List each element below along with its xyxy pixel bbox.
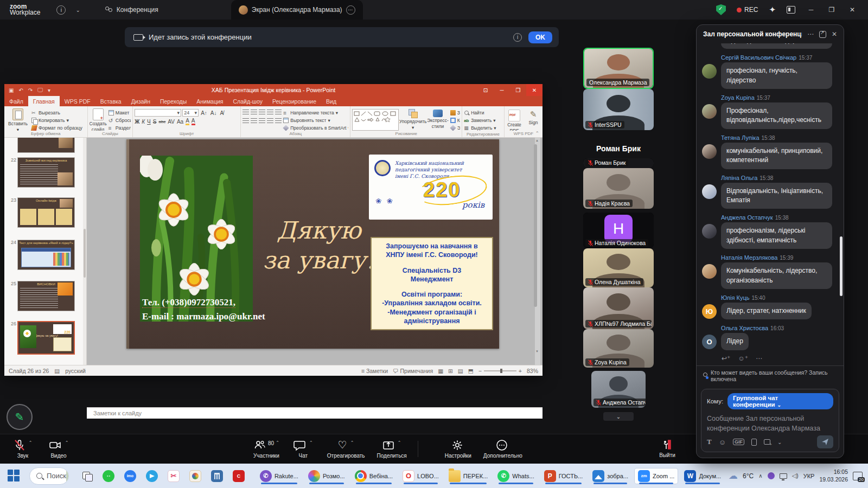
numbering-button[interactable] — [251, 110, 257, 115]
emoji-icon[interactable]: ☺ — [719, 438, 726, 446]
screenshot-icon[interactable] — [764, 439, 770, 445]
message-input[interactable]: Сообщение Зал персональной конференции О… — [707, 414, 833, 433]
redo-icon[interactable]: ↷ — [28, 87, 33, 93]
toolbar-button[interactable]: ♡ ⌃ Поделиться — [377, 439, 407, 459]
taskbar-running-app[interactable]: Розмо... — [305, 468, 348, 484]
ribbon-tab[interactable]: Рецензирование — [267, 96, 321, 106]
viber-tray-icon[interactable] — [768, 472, 775, 479]
char-spacing-button[interactable]: AV — [168, 119, 175, 125]
taskbar-app-icon[interactable] — [99, 468, 118, 484]
widget-daily-image[interactable] — [66, 467, 69, 485]
shrink-font-button[interactable]: А↓ — [209, 110, 218, 116]
toolbar-button[interactable]: ♡ ⌃ Звук — [11, 439, 35, 459]
ribbon-tab[interactable]: WPS PDF — [60, 96, 95, 106]
smartart-button[interactable]: Преобразовать в SmartArt ▾ — [283, 124, 348, 131]
quick-access-chevron-icon[interactable]: ▾ — [48, 87, 50, 93]
participant-tile[interactable]: Олена Душаткіна — [583, 248, 654, 287]
reset-button[interactable]: Сбросить — [108, 117, 131, 124]
avatar[interactable] — [702, 184, 717, 199]
indent-decrease-button[interactable] — [259, 110, 265, 115]
columns-button[interactable] — [275, 118, 282, 124]
change-case-button[interactable]: Aa — [177, 119, 183, 125]
participant-tile[interactable]: Анджела Остапчук — [591, 371, 646, 408]
message-more-icon[interactable]: ⋯ — [756, 355, 762, 362]
display-settings-icon[interactable]: ⊡ — [477, 84, 494, 96]
participant-tile[interactable]: Олександра Мармаза — [583, 48, 654, 89]
display-tray-icon[interactable] — [780, 473, 787, 479]
tab-shared-screen[interactable]: Экран (Олександра Мармаза) ⋯ — [231, 0, 363, 20]
ribbon-tab[interactable]: Вставка — [95, 96, 126, 106]
line-spacing-button[interactable] — [275, 110, 282, 115]
avatar[interactable]: Ю — [702, 304, 717, 319]
toolbar-button[interactable]: ♡ ⌃ Видео — [47, 439, 71, 459]
tab-more-icon[interactable]: ⋯ — [346, 5, 355, 15]
chevron-down-icon[interactable]: ⌄ — [75, 7, 80, 13]
ribbon-tab[interactable]: Главная — [28, 96, 60, 106]
chevron-up-icon[interactable]: ⌃ — [398, 440, 401, 445]
hidden-icons-chevron[interactable]: ∧ — [758, 473, 762, 479]
ribbon-tab[interactable]: Дизайн — [126, 96, 155, 106]
zoom-slider[interactable]: −+ — [478, 368, 522, 374]
participant-tile[interactable]: Н Наталія Одинокова — [583, 213, 654, 248]
taskbar-app-icon[interactable]: C — [229, 468, 248, 484]
volume-icon[interactable]: ◁) — [792, 472, 799, 479]
font-size-select[interactable]: 24▾ — [182, 109, 199, 117]
comments-toggle[interactable]: 🗩 Примечания — [393, 368, 433, 374]
taskbar-app-icon[interactable] — [208, 468, 226, 484]
grow-font-button[interactable]: А↑ — [200, 110, 208, 116]
close-chat-icon[interactable]: ✕ — [832, 30, 837, 38]
attach-file-icon[interactable] — [751, 439, 757, 446]
taskbar-app-icon[interactable] — [78, 468, 96, 484]
quick-styles-button[interactable]: Экспресс-стили — [427, 107, 449, 129]
font-name-select[interactable]: ▾ — [135, 109, 181, 117]
chevron-up-icon[interactable]: ⌃ — [29, 440, 33, 445]
strikethrough-button[interactable]: S — [153, 119, 157, 125]
shape-fill-button[interactable]: Заливка фигуры ▾ — [450, 109, 460, 116]
bold-button[interactable]: Ж — [135, 119, 139, 125]
toolbar-button[interactable]: ♡ ⌃ Выйти — [655, 439, 679, 458]
highlight-button[interactable]: A — [186, 118, 189, 125]
weather-icon[interactable]: ☁ — [729, 470, 738, 481]
slideshow-icon[interactable]: 🖵 — [37, 87, 43, 93]
clock[interactable]: 16:05 19.03.2026 — [819, 468, 848, 483]
send-button[interactable] — [817, 435, 833, 448]
shape-effects-button[interactable]: Эффекты фигуры ▾ — [450, 124, 460, 131]
restore-button[interactable]: ❐ — [510, 84, 526, 96]
taskbar-running-app[interactable]: зобра... — [589, 468, 631, 484]
format-text-icon[interactable]: T — [707, 438, 712, 446]
shape-outline-button[interactable]: Контур фигуры ▾ — [450, 117, 460, 124]
align-right-button[interactable] — [259, 118, 265, 124]
recipient-selector[interactable]: Групповой чат конференции⌄ — [727, 393, 833, 409]
maximize-button[interactable]: ❐ — [827, 6, 837, 14]
create-pdf-button[interactable]: CreatePDF — [506, 108, 522, 131]
text-direction-button[interactable]: Направление текста ▾ — [283, 109, 348, 116]
taskbar-running-app[interactable]: O LOBO... — [399, 468, 442, 484]
chat-scrollbar[interactable] — [840, 236, 843, 296]
taskbar-running-app[interactable]: ПЕРЕК... — [445, 468, 492, 484]
sign-button[interactable]: Sign — [527, 108, 540, 125]
participant-tile[interactable]: Надія Краєва — [583, 168, 654, 209]
view-normal-icon[interactable]: ▦ — [438, 368, 443, 374]
taskbar-app-icon[interactable] — [164, 468, 183, 484]
info-icon[interactable]: i — [56, 5, 66, 15]
taskbar-app-icon[interactable] — [143, 468, 161, 484]
undo-icon[interactable]: ↶ — [18, 87, 23, 93]
powerpoint-title-bar[interactable]: ▣ ↶ ↷ 🖵 ▾ ХАБ Презентация Імідж керівник… — [4, 84, 542, 96]
format-painter-button[interactable]: Формат по образцу — [31, 124, 82, 131]
annotate-button[interactable]: ✎ — [7, 404, 33, 430]
slide-scrollbar[interactable] — [535, 138, 540, 365]
toolbar-button[interactable]: ♡ 80 ⌃ Участники — [253, 439, 279, 459]
participant-tile[interactable]: Роман Брик — [583, 158, 654, 168]
slide-thumbnail-partial[interactable] — [17, 138, 75, 153]
chevron-up-icon[interactable]: ⌃ — [350, 440, 354, 445]
chevron-up-icon[interactable]: ⌃ — [309, 440, 313, 445]
temperature[interactable]: 6°C — [743, 472, 754, 480]
close-button[interactable]: ✕ — [526, 84, 542, 96]
participant-tile[interactable]: InterSSPU — [583, 89, 654, 130]
avatar[interactable] — [702, 64, 717, 79]
font-color-button[interactable]: A — [192, 118, 195, 125]
thumbnails-scrollbar[interactable] — [83, 138, 86, 365]
chat-message-list[interactable]: Професіоналізм, справедливість, лідер ЗД… — [697, 43, 844, 365]
participant-tile[interactable]: ХЛП№97 Людмила Ба... — [583, 287, 654, 329]
align-left-button[interactable] — [242, 118, 249, 124]
